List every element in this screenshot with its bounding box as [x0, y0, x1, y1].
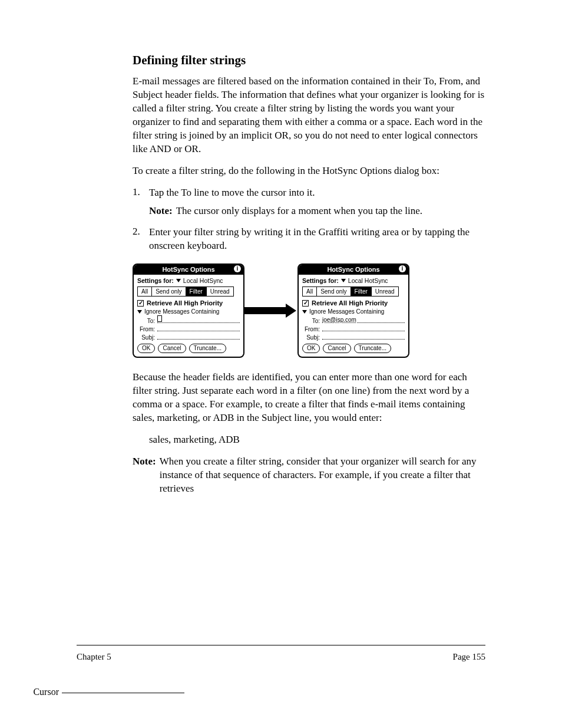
tab-unread[interactable]: Unread: [207, 287, 233, 296]
to-label: To:: [302, 318, 322, 324]
step-2: 2. Enter your filter string by writing i…: [133, 226, 485, 253]
from-field-row: From:: [302, 325, 405, 332]
checkbox-icon[interactable]: ✓: [302, 300, 309, 307]
from-input[interactable]: [322, 325, 405, 331]
step-number: 1.: [133, 186, 149, 200]
figure-row: HotSync Options i Settings for: Local Ho…: [133, 263, 485, 358]
from-label: From:: [302, 326, 322, 332]
dropdown-triangle-icon[interactable]: [341, 279, 346, 282]
page-footer: Chapter 5 Page 155: [77, 652, 485, 662]
cursor-leader-line: [62, 693, 184, 693]
button-row: OK Cancel Truncate...: [137, 344, 240, 353]
retrieve-priority-row: ✓ Retrieve All High Priority: [137, 299, 240, 307]
paragraph-after-figure: Because the header fields are identified…: [133, 371, 485, 425]
footer-left: Chapter 5: [77, 652, 111, 662]
dropdown-triangle-icon[interactable]: [176, 279, 181, 282]
filter-string-example: sales, marketing, ADB: [149, 433, 485, 447]
step-1: 1. Tap the To line to move the cursor in…: [133, 186, 485, 200]
note-text: When you create a filter string, conside…: [160, 455, 485, 496]
dialog-title: HotSync Options i: [134, 265, 243, 275]
paragraph-intro: E-mail messages are filtered based on th…: [133, 75, 485, 156]
subj-input[interactable]: [322, 334, 405, 340]
tab-filter[interactable]: Filter: [186, 287, 207, 296]
note-text: The cursor only displays for a moment wh…: [176, 205, 422, 218]
step-1-note: Note: The cursor only displays for a mom…: [149, 205, 485, 218]
settings-for-row: Settings for: Local HotSync: [302, 277, 405, 284]
to-input[interactable]: [157, 317, 240, 323]
step-number: 2.: [133, 226, 149, 253]
subj-field-row: Subj:: [302, 334, 405, 341]
note-label: Note:: [133, 455, 156, 496]
footer-rule: [77, 645, 485, 645]
dropdown-triangle-icon: [302, 310, 307, 314]
truncate-button[interactable]: Truncate...: [189, 344, 226, 353]
tab-all[interactable]: All: [138, 287, 152, 296]
step-text: Tap the To line to move the cursor into …: [149, 186, 485, 200]
hotsync-dialog-left: HotSync Options i Settings for: Local Ho…: [133, 263, 244, 358]
tab-filter[interactable]: Filter: [351, 287, 372, 296]
tab-bar: All Send only Filter Unread: [137, 286, 234, 297]
subj-label: Subj:: [302, 334, 322, 341]
hotsync-dialog-right: HotSync Options i Settings for: Local Ho…: [297, 263, 409, 358]
tab-unread[interactable]: Unread: [372, 287, 398, 296]
subj-label: Subj:: [137, 334, 157, 341]
settings-for-value[interactable]: Local HotSync: [348, 277, 388, 284]
closing-note: Note: When you create a filter string, c…: [133, 455, 485, 496]
subj-input[interactable]: [157, 334, 240, 340]
ignore-messages-row[interactable]: Ignore Messages Containing: [137, 308, 240, 315]
cancel-button[interactable]: Cancel: [323, 344, 351, 353]
ok-button[interactable]: OK: [302, 344, 320, 353]
truncate-button[interactable]: Truncate...: [354, 344, 391, 353]
note-label: Note:: [149, 205, 173, 218]
ignore-messages-row[interactable]: Ignore Messages Containing: [302, 308, 405, 315]
procedure-heading: To create a filter string, do the follow…: [133, 164, 485, 178]
text-cursor: [157, 315, 162, 322]
section-heading: Defining filter strings: [133, 53, 485, 68]
checkbox-label: Retrieve All High Priority: [147, 299, 223, 307]
dialog-title: HotSync Options i: [299, 265, 408, 275]
settings-for-value[interactable]: Local HotSync: [183, 277, 223, 284]
button-row: OK Cancel Truncate...: [302, 344, 405, 353]
footer-right: Page 155: [453, 652, 485, 662]
to-input[interactable]: joe@isp.com: [322, 317, 405, 323]
step-text: Enter your filter string by writing it i…: [149, 226, 485, 253]
tab-all[interactable]: All: [303, 287, 317, 296]
cursor-label: Cursor: [29, 687, 59, 697]
cancel-button[interactable]: Cancel: [158, 344, 186, 353]
checkbox-label: Retrieve All High Priority: [312, 299, 388, 307]
arrow-right-icon: [244, 305, 297, 316]
to-field-row: To: joe@isp.com: [302, 317, 405, 324]
from-label: From:: [137, 326, 157, 332]
retrieve-priority-row: ✓ Retrieve All High Priority: [302, 299, 405, 307]
ok-button[interactable]: OK: [137, 344, 155, 353]
tab-send-only[interactable]: Send only: [152, 287, 186, 296]
to-value: joe@isp.com: [322, 317, 356, 323]
settings-for-row: Settings for: Local HotSync: [137, 277, 240, 284]
from-input[interactable]: [157, 325, 240, 331]
to-label: To:: [137, 318, 157, 324]
dropdown-label: Ignore Messages Containing: [144, 308, 219, 315]
subj-field-row: Subj:: [137, 334, 240, 341]
from-field-row: From:: [137, 325, 240, 332]
checkbox-icon[interactable]: ✓: [137, 300, 144, 307]
tab-send-only[interactable]: Send only: [317, 287, 351, 296]
info-icon[interactable]: i: [399, 265, 406, 272]
dropdown-triangle-icon: [137, 310, 142, 314]
dropdown-label: Ignore Messages Containing: [309, 308, 384, 315]
to-field-row: To:: [137, 317, 240, 324]
info-icon[interactable]: i: [234, 265, 241, 272]
tab-bar: All Send only Filter Unread: [302, 286, 399, 297]
